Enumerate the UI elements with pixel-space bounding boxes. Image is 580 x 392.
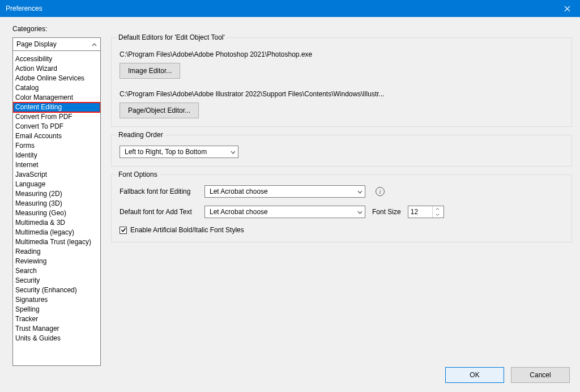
group-reading-order: Reading Order Left to Right, Top to Bott… (111, 135, 572, 167)
group-title-reading-order: Reading Order (116, 131, 165, 139)
chevron-down-icon (357, 188, 362, 195)
fallback-font-label: Fallback font for Editing (120, 188, 198, 195)
addtext-font-label: Default font for Add Text (120, 208, 198, 216)
category-item[interactable]: Accessibility (13, 54, 100, 64)
category-item[interactable]: Reading (13, 247, 100, 257)
category-item[interactable]: Convert From PDF (13, 112, 100, 122)
category-item[interactable]: Content Editing (13, 103, 100, 112)
group-default-editors: Default Editors for 'Edit Object Tool' C… (111, 37, 572, 127)
categories-scroll[interactable]: AccessibilityAction WizardAdobe Online S… (13, 51, 100, 365)
font-size-spinner[interactable] (408, 206, 444, 218)
close-button[interactable] (554, 0, 580, 17)
category-item[interactable]: Tracker (13, 314, 100, 324)
category-item[interactable]: Search (13, 266, 100, 276)
addtext-font-select[interactable]: Let Acrobat choose (204, 206, 365, 218)
group-title-default-editors: Default Editors for 'Edit Object Tool' (116, 33, 227, 41)
artificial-styles-label: Enable Artificial Bold/Italic Font Style… (130, 226, 244, 234)
reading-order-select[interactable]: Left to Right, Top to Bottom (120, 146, 238, 158)
category-item[interactable]: Action Wizard (13, 64, 100, 74)
category-item[interactable]: Color Management (13, 93, 100, 103)
category-item[interactable]: Identity (13, 151, 100, 160)
page-editor-button[interactable]: Page/Object Editor... (120, 103, 199, 118)
category-item[interactable]: Measuring (Geo) (13, 208, 100, 218)
category-item[interactable]: Internet (13, 160, 100, 170)
check-icon (121, 227, 126, 233)
category-item[interactable]: Email Accounts (13, 131, 100, 141)
chevron-down-icon (357, 208, 362, 216)
artificial-styles-checkbox[interactable] (120, 227, 127, 234)
category-item[interactable]: Trust Manager (13, 324, 100, 334)
category-item[interactable]: Reviewing (13, 257, 100, 266)
addtext-font-value: Let Acrobat choose (210, 208, 268, 216)
fallback-font-value: Let Acrobat choose (210, 188, 268, 195)
category-item[interactable]: Convert To PDF (13, 122, 100, 131)
font-size-label: Font Size (372, 208, 401, 216)
info-icon[interactable]: i (376, 187, 385, 196)
category-item[interactable]: Multimedia (legacy) (13, 228, 100, 237)
category-item[interactable]: Measuring (3D) (13, 199, 100, 208)
font-size-input[interactable] (408, 206, 432, 218)
close-icon (564, 6, 570, 12)
category-item[interactable]: Multimedia Trust (legacy) (13, 237, 100, 247)
category-item[interactable]: Language (13, 180, 100, 189)
fallback-font-select[interactable]: Let Acrobat choose (204, 185, 365, 198)
category-item[interactable]: Security (Enhanced) (13, 286, 100, 295)
category-item[interactable]: Adobe Online Services (13, 74, 100, 83)
group-font-options: Font Options Fallback font for Editing L… (111, 174, 572, 242)
group-title-font-options: Font Options (116, 171, 160, 178)
category-item[interactable]: Units & Guides (13, 334, 100, 343)
categories-top-item[interactable]: Page Display (12, 37, 101, 51)
category-item[interactable]: Measuring (2D) (13, 189, 100, 199)
chevron-up-icon (436, 208, 440, 210)
categories-list: AccessibilityAction WizardAdobe Online S… (12, 51, 101, 366)
category-item[interactable]: Security (13, 276, 100, 286)
category-item[interactable]: JavaScript (13, 170, 100, 180)
image-editor-path: C:\Program Files\Adobe\Adobe Photoshop 2… (120, 50, 564, 58)
category-item[interactable]: Spelling (13, 305, 100, 314)
page-editor-path: C:\Program Files\Adobe\Adobe Illustrator… (120, 90, 564, 98)
font-size-up[interactable] (433, 206, 442, 212)
category-item[interactable]: Forms (13, 141, 100, 151)
image-editor-button[interactable]: Image Editor... (120, 63, 180, 79)
categories-label: Categories: (12, 25, 572, 33)
window-title: Preferences (6, 5, 42, 12)
chevron-up-icon (92, 40, 97, 48)
ok-button[interactable]: OK (445, 367, 504, 383)
categories-top-label: Page Display (16, 40, 57, 48)
titlebar: Preferences (0, 0, 580, 17)
font-size-down[interactable] (433, 212, 442, 218)
reading-order-value: Left to Right, Top to Bottom (125, 148, 207, 156)
category-item[interactable]: Signatures (13, 295, 100, 305)
category-item[interactable]: Multimedia & 3D (13, 218, 100, 228)
chevron-down-icon (231, 148, 236, 156)
chevron-down-icon (436, 214, 440, 216)
category-item[interactable]: Catalog (13, 83, 100, 93)
cancel-button[interactable]: Cancel (511, 367, 570, 383)
